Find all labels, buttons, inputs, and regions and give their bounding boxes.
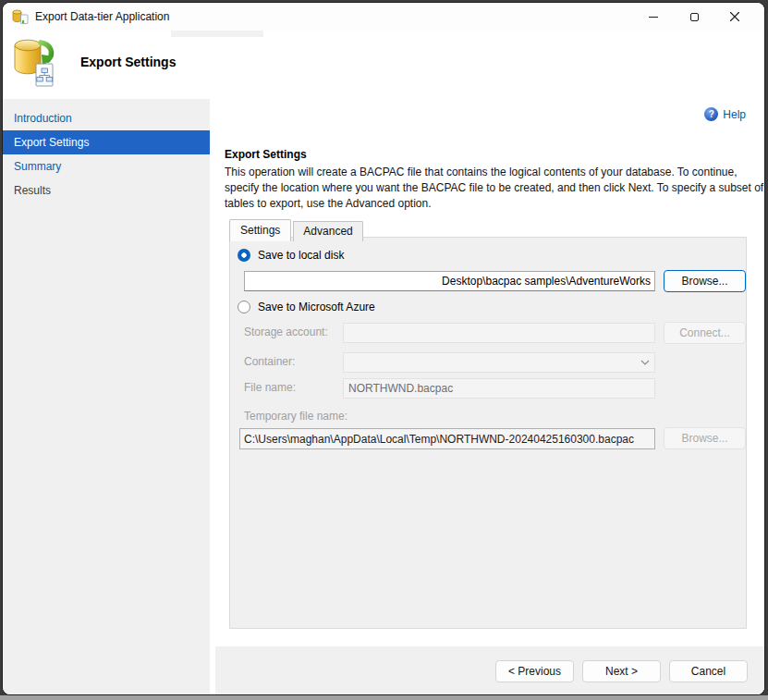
wizard-content: ? Help Export Settings This operation wi… (210, 99, 764, 694)
minimize-icon (649, 17, 658, 18)
next-button[interactable]: Next > (582, 660, 661, 682)
app-icon (12, 9, 29, 24)
sidebar-item-introduction[interactable]: Introduction (3, 106, 210, 130)
save-azure-option: Save to Microsoft Azure (238, 301, 375, 313)
window-controls (633, 4, 755, 30)
storage-account-input (343, 323, 655, 343)
close-icon (729, 11, 740, 22)
database-export-icon (12, 37, 58, 89)
title-bar: Export Data-tier Application (3, 3, 764, 31)
temp-browse-button: Browse... (664, 427, 746, 449)
desktop-edge (0, 695, 768, 700)
section-description: This operation will create a BACPAC file… (225, 165, 764, 212)
save-azure-label: Save to Microsoft Azure (258, 301, 375, 313)
maximize-button[interactable] (674, 4, 714, 30)
help-label: Help (723, 108, 746, 121)
minimize-button[interactable] (633, 4, 674, 30)
export-wizard-window: Export Data-tier Application (3, 3, 764, 694)
cancel-button[interactable]: Cancel (669, 660, 748, 682)
settings-tab-panel: Save to local disk Browse... Save to Mic… (229, 237, 747, 629)
sidebar-item-results[interactable]: Results (3, 178, 210, 203)
sidebar-item-export-settings[interactable]: Export Settings (3, 130, 210, 154)
file-name-input (343, 378, 655, 399)
maximize-icon (690, 13, 699, 21)
storage-account-label: Storage account: (244, 325, 328, 338)
save-local-label: Save to local disk (258, 249, 344, 262)
chevron-down-icon (640, 360, 650, 365)
wizard-header: Export Settings (3, 31, 764, 99)
file-name-label: File name: (244, 381, 296, 394)
wizard-footer: < Previous Next > Cancel (215, 646, 764, 694)
help-icon: ? (704, 107, 718, 121)
wizard-steps-sidebar: Introduction Export Settings Summary Res… (3, 99, 210, 694)
container-label: Container: (244, 355, 295, 368)
local-path-input[interactable] (244, 271, 655, 291)
section-heading: Export Settings (225, 148, 307, 161)
tab-settings[interactable]: Settings (229, 219, 291, 241)
local-browse-button[interactable]: Browse... (664, 270, 746, 292)
save-azure-radio[interactable] (238, 301, 250, 313)
sidebar-item-summary[interactable]: Summary (3, 154, 210, 178)
connect-button: Connect... (664, 322, 746, 344)
help-link[interactable]: ? Help (704, 107, 746, 121)
previous-button[interactable]: < Previous (495, 660, 574, 682)
save-local-radio[interactable] (238, 249, 250, 262)
close-button[interactable] (714, 4, 755, 30)
wizard-page-title: Export Settings (80, 55, 176, 69)
save-local-option: Save to local disk (238, 249, 344, 262)
temp-file-label: Temporary file name: (244, 410, 347, 423)
tab-strip: Settings Advanced (229, 219, 363, 241)
temp-file-input (239, 428, 655, 449)
tab-advanced[interactable]: Advanced (293, 221, 362, 241)
container-select (343, 352, 655, 373)
window-title: Export Data-tier Application (35, 10, 169, 23)
